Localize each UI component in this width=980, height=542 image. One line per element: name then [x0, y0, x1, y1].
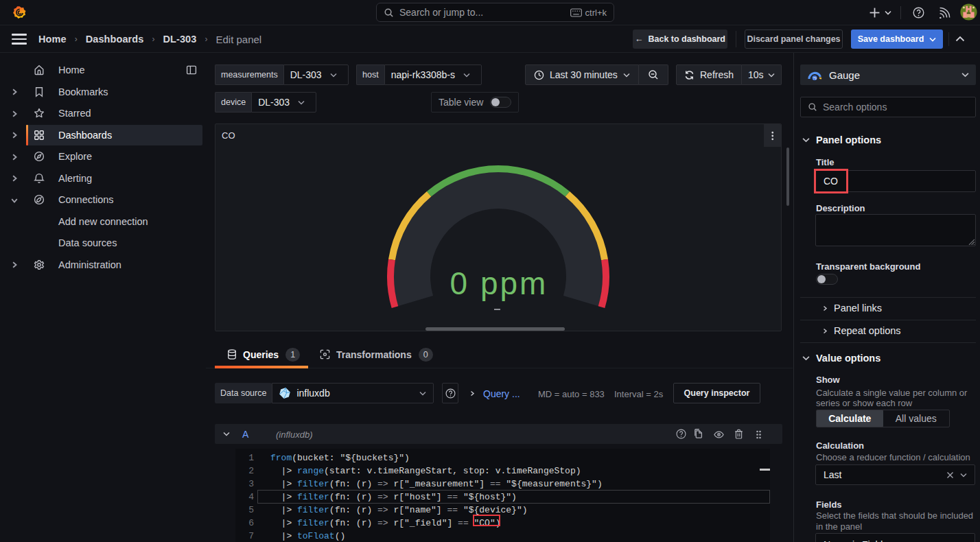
svg-text:79: 79	[813, 76, 817, 80]
